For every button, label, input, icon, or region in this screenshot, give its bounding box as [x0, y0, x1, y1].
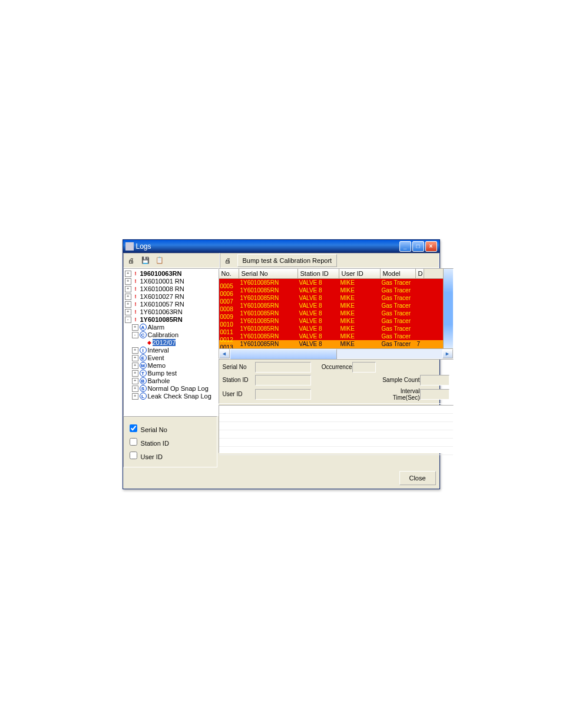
tree-item-label: 1Y6010063RN [140, 308, 183, 315]
filter-serial-no[interactable]: Serial No [127, 423, 213, 434]
col-station-id[interactable]: Station ID [298, 269, 339, 278]
col-date[interactable]: D [416, 269, 424, 278]
table-row[interactable]: 00121Y6010085RNVALVE 8MIKEGas Tracer [219, 332, 443, 340]
tree-item[interactable]: +BBarhole [124, 377, 218, 385]
tree-item[interactable]: -!1Y6010085RN [124, 316, 218, 324]
table-row[interactable]: 00131Y6010085RNVALVE 8MIKEGas Tracer7 [219, 340, 443, 348]
expand-icon[interactable]: + [132, 363, 138, 369]
col-serial-no[interactable]: Serial No [239, 269, 298, 278]
close-button[interactable]: Close [399, 471, 436, 485]
tree-item[interactable]: +EEvent [124, 354, 218, 362]
tree-item[interactable]: +!1Y6010063RN [124, 308, 218, 316]
close-window-button[interactable]: × [425, 241, 437, 252]
tree-item-label: 1X6010001 RN [140, 278, 184, 285]
filter-panel: Serial No Station ID User ID [123, 416, 217, 467]
tree-date-item[interactable]: ◆2012/07 [124, 339, 218, 347]
vertical-scrollbar[interactable] [443, 269, 453, 348]
horizontal-scrollbar[interactable]: ◄ ► [219, 348, 453, 358]
category-icon: C [140, 331, 147, 338]
expand-icon[interactable]: + [125, 309, 131, 315]
tree-item[interactable]: +LLeak Check Snap Log [124, 393, 218, 400]
print-button[interactable]: 🖨 [125, 254, 138, 267]
table-row[interactable]: 00091Y6010085RNVALVE 8MIKEGas Tracer [219, 309, 443, 317]
maximize-button[interactable]: □ [412, 241, 424, 252]
expand-icon[interactable]: - [125, 317, 131, 323]
minimize-button[interactable]: _ [399, 241, 411, 252]
print-icon: 🖨 [224, 257, 231, 264]
detail-station-id-label: Station ID [223, 377, 255, 383]
expand-icon[interactable]: + [125, 286, 131, 292]
device-icon: ! [133, 278, 139, 285]
table-row[interactable]: 00111Y6010085RNVALVE 8MIKEGas Tracer [219, 325, 443, 332]
tree-item[interactable]: +SNormal Op Snap Log [124, 385, 218, 393]
tree-item-label: Interval [148, 347, 169, 354]
table-row[interactable]: 00101Y6010085RNVALVE 8MIKEGas Tracer [219, 317, 443, 325]
bump-calibration-report-button[interactable]: Bump test & Calibration Report [237, 254, 338, 267]
app-icon [125, 242, 134, 251]
expand-icon[interactable]: + [132, 347, 138, 354]
tree-item[interactable]: +TBump test [124, 370, 218, 377]
tree-item-label: Normal Op Snap Log [148, 385, 209, 392]
right-toolbar: 🖨 Bump test & Calibration Report [220, 253, 439, 268]
tree-item[interactable]: +!1X6010027 RN [124, 293, 218, 301]
table-row[interactable]: 00071Y6010085RNVALVE 8MIKEGas Tracer [219, 294, 443, 302]
tree-item[interactable]: +!1X6010001 RN [124, 278, 218, 285]
tree-item[interactable]: +IInterval [124, 347, 218, 354]
table-header[interactable]: No. Serial No Station ID User ID Model D [219, 269, 443, 279]
filter-user-id[interactable]: User ID [127, 450, 213, 461]
tree-item[interactable]: +!1X6010057 RN [124, 301, 218, 308]
scroll-right-button[interactable]: ► [442, 349, 453, 358]
titlebar[interactable]: Logs _ □ × [123, 240, 439, 253]
expand-icon[interactable]: + [132, 378, 138, 384]
data-grid[interactable] [219, 405, 454, 453]
tree-item[interactable]: -CCalibration [124, 331, 218, 339]
scroll-thumb[interactable] [230, 349, 338, 360]
table-row[interactable]: 00051Y6010085RNVALVE 8MIKEGas Tracer [219, 279, 443, 286]
row-status-icon [220, 344, 227, 348]
logs-window: Logs _ □ × 🖨 💾 📋 🖨 Bump test & Calibrati… [123, 239, 440, 489]
report-print-button[interactable]: 🖨 [222, 254, 234, 267]
tree-item-label: Barhole [148, 377, 170, 384]
tree-item-label: 1Y6010085RN [140, 316, 183, 323]
expand-icon[interactable]: + [132, 370, 138, 377]
row-status-icon [220, 291, 227, 297]
clipboard-icon: 📋 [156, 256, 164, 264]
tree-item[interactable]: +MMemo [124, 362, 218, 370]
detail-serial-no-label: Serial No [223, 364, 255, 370]
scroll-left-button[interactable]: ◄ [219, 349, 230, 358]
category-icon: M [140, 362, 147, 369]
col-user-id[interactable]: User ID [339, 269, 381, 278]
category-icon: A [140, 324, 147, 331]
device-icon: ! [133, 309, 139, 315]
col-no[interactable]: No. [219, 269, 239, 278]
left-toolbar: 🖨 💾 📋 [123, 253, 220, 268]
expand-icon[interactable]: + [125, 301, 131, 308]
expand-icon[interactable]: + [132, 355, 138, 361]
expand-icon[interactable]: + [132, 386, 138, 392]
table-row[interactable]: 00141Y6010085RNVALVE 8MIKEGas Tracer7 [219, 348, 443, 348]
table-body[interactable]: 00051Y6010085RNVALVE 8MIKEGas Tracer0006… [219, 279, 443, 348]
table-row[interactable]: 00061Y6010085RNVALVE 8MIKEGas Tracer [219, 286, 443, 294]
tree-item[interactable]: +!1X6010008 RN [124, 285, 218, 293]
table-row[interactable]: 00081Y6010085RNVALVE 8MIKEGas Tracer [219, 302, 443, 309]
tree-item[interactable]: +!196010063RN [124, 270, 218, 278]
device-icon: ! [133, 317, 139, 323]
expand-icon[interactable]: - [132, 332, 138, 338]
save-button[interactable]: 💾 [139, 254, 152, 267]
device-icon: ! [133, 271, 139, 277]
expand-icon[interactable]: + [132, 324, 138, 331]
clipboard-button[interactable]: 📋 [153, 254, 166, 267]
save-icon: 💾 [141, 256, 150, 264]
filter-station-id[interactable]: Station ID [127, 436, 213, 447]
tree-item[interactable]: +AAlarm [124, 324, 218, 331]
expand-icon[interactable]: + [125, 271, 131, 277]
expand-icon[interactable]: + [132, 393, 138, 400]
tree-item-label: Calibration [148, 331, 179, 338]
expand-icon[interactable]: + [125, 294, 131, 300]
device-tree[interactable]: +!196010063RN+!1X6010001 RN+!1X6010008 R… [123, 268, 219, 416]
col-model[interactable]: Model [381, 269, 416, 278]
log-table[interactable]: No. Serial No Station ID User ID Model D… [219, 268, 454, 359]
window-title: Logs [136, 242, 151, 251]
expand-icon[interactable]: + [125, 278, 131, 285]
tree-item-label: Leak Check Snap Log [148, 393, 211, 400]
